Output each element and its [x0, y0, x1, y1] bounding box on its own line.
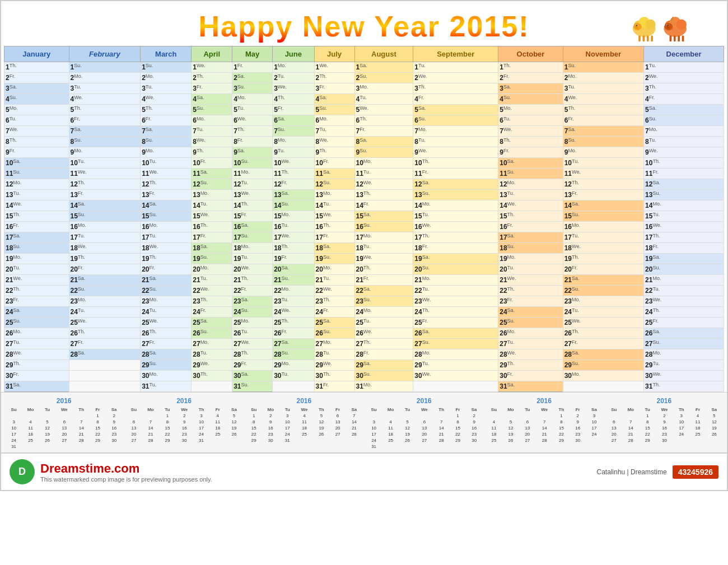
calendar-cell: 1Fr.	[232, 62, 273, 73]
day-number: 21	[564, 277, 572, 284]
calendar-cell: 1Su.	[69, 62, 141, 73]
day-name: We.	[572, 244, 581, 249]
day-number: 18	[274, 245, 281, 253]
day-name: Mo.	[281, 361, 290, 366]
calendar-cell: 14Mo.	[413, 200, 498, 211]
day-number: 30	[500, 372, 507, 380]
calendar-row: 17Sa. 17Tu.17Tu.17Fr.17Su. 17We.17Fr.17M…	[4, 232, 724, 243]
calendar-cell: 22Mo.	[273, 286, 314, 296]
day-number: 16	[564, 223, 572, 231]
day-number: 12	[6, 181, 13, 189]
calendar-cell: 17Mo.	[354, 232, 413, 243]
calendar-cell: 11We.	[563, 169, 643, 179]
day-name: We.	[281, 233, 290, 239]
calendar-cell: 4Mo.	[232, 94, 273, 105]
calendar-cell: 31Sa.	[498, 381, 563, 392]
day-name: Fr.	[323, 382, 329, 387]
day-number: 10	[414, 160, 422, 167]
day-name: We.	[200, 361, 209, 366]
day-number: 3	[645, 85, 649, 93]
day-name: Fr.	[13, 222, 19, 228]
mini-cal-title: 2016	[246, 397, 362, 405]
day-number: 26	[414, 330, 422, 338]
day-number: 15	[142, 213, 149, 221]
day-name: Th.	[74, 105, 81, 111]
calendar-cell: 7Mo.	[413, 126, 498, 137]
day-name: Th.	[150, 329, 157, 334]
day-number: 11	[316, 170, 323, 178]
calendar-cell: 15Tu.	[644, 211, 724, 222]
calendar-cell: 26Sa.	[644, 328, 724, 339]
day-name: Su.	[503, 95, 511, 100]
calendar-cell: 2Tu.	[273, 73, 314, 83]
calendar-cell: 4Su.	[4, 94, 69, 105]
calendar-row: 2Fr.2Mo.2Mo.2Th.2Sa. 2Tu.2Th.2Su. 2We.2F…	[4, 73, 724, 83]
calendar-row: 19Mo.19Th.19Th.19Su. 19Tu.19Fr.19Su. 19W…	[4, 254, 724, 264]
day-name: Fr.	[323, 158, 329, 164]
day-number: 31	[234, 383, 241, 391]
day-number: 19	[193, 255, 200, 263]
day-number: 24	[234, 309, 241, 316]
day-number: 8	[6, 138, 10, 146]
day-name: Sa.	[363, 212, 371, 217]
day-name: Th.	[10, 137, 17, 143]
calendar-cell: 27Su.	[644, 339, 724, 349]
calendar-cell: 3Fr.	[314, 83, 354, 94]
day-name: Th.	[200, 222, 208, 228]
day-name: Fr.	[78, 190, 84, 196]
day-number: 27	[316, 340, 323, 348]
day-number: 23	[6, 298, 13, 306]
svg-rect-10	[651, 35, 653, 41]
day-number: 13	[193, 192, 200, 199]
calendar-cell: 13Mo.	[314, 190, 354, 200]
day-name: Su.	[422, 339, 430, 345]
day-name: Th.	[150, 180, 157, 185]
calendar-cell: 23Mo.	[141, 296, 192, 307]
day-number: 27	[414, 340, 422, 348]
calendar-cell: 19Su.	[192, 254, 232, 264]
calendar-cell: 28Mo.	[644, 349, 724, 360]
calendar-cell: 26Mo.	[4, 328, 69, 339]
day-number: 23	[356, 298, 363, 306]
day-number: 9	[142, 149, 146, 157]
calendar-cell: 19Mo.	[4, 254, 69, 264]
calendar-cell: 17Sa.	[498, 232, 563, 243]
day-name: Fr.	[281, 254, 287, 260]
day-name: Mo.	[323, 339, 332, 345]
day-number: 2	[193, 74, 197, 82]
calendar-cell: 11Su.	[498, 169, 563, 179]
day-name: Sa.	[78, 201, 86, 207]
calendar-cell: 5Su.	[192, 105, 232, 115]
svg-point-16	[664, 23, 673, 30]
day-name: Su.	[568, 137, 576, 143]
calendar-cell: 27Su.	[413, 339, 498, 349]
day-name: Th.	[652, 382, 660, 387]
day-name: Mo.	[281, 286, 290, 292]
day-number: 6	[193, 117, 197, 125]
footer-logo: D	[10, 459, 35, 484]
footer-image-id: 43245926	[673, 465, 718, 479]
day-name: We.	[241, 190, 250, 196]
calendar-cell: 18Mo.	[232, 243, 273, 254]
day-name: We.	[652, 297, 661, 302]
calendar-cell: 19Th.	[69, 254, 141, 264]
day-name: Fr.	[572, 339, 578, 345]
day-number: 30	[193, 372, 200, 380]
day-name: Th.	[323, 297, 330, 302]
day-number: 1	[414, 64, 418, 72]
day-name: We.	[241, 339, 250, 345]
calendar-cell: 7Fr.	[354, 126, 413, 137]
day-name: Su.	[652, 190, 660, 196]
day-name: We.	[422, 297, 431, 302]
day-name: Tu.	[363, 318, 371, 324]
day-number: 11	[564, 170, 572, 178]
day-number: 22	[316, 287, 323, 295]
day-name: Mo.	[652, 276, 661, 281]
calendar-cell: 3Sa.	[4, 83, 69, 94]
calendar-cell: 1We.	[314, 62, 354, 73]
calendar-cell: 4Th.	[273, 94, 314, 105]
day-name: Su.	[572, 361, 580, 366]
day-number: 15	[564, 213, 572, 221]
calendar-cell: 9Sa.	[232, 147, 273, 158]
day-name: Sa.	[200, 318, 208, 324]
